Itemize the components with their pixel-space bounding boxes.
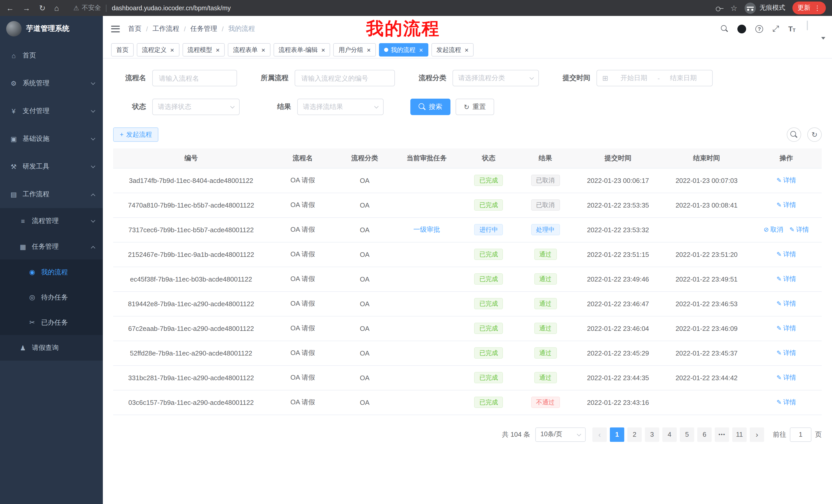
filter-form: 流程名 所属流程 流程分类 请选择流程分类 [103,59,832,115]
breadcrumb-item[interactable]: 首页 [128,24,141,33]
sidebar-item-leave-query[interactable]: ♟ 请假查询 [0,335,103,361]
cell-result: 处理中 [517,217,574,242]
page-button[interactable]: 5 [680,427,694,442]
search-icon[interactable] [721,25,728,32]
detail-link[interactable]: ✎详情 [777,373,796,382]
process-definition-input[interactable] [295,70,395,86]
view-tab[interactable]: 用户分组× [334,43,376,57]
page-ellipsis[interactable]: ••• [715,427,729,442]
browser-update-button[interactable]: 更新 ⋮ [792,2,826,15]
detail-link[interactable]: ✎详情 [777,299,796,308]
cell-actions: ✎详情 [751,267,822,291]
page-button[interactable]: 1 [610,427,624,442]
help-icon[interactable]: ? [755,25,763,33]
browser-home-icon[interactable]: ⌂ [54,4,59,12]
cell-submit-time: 2022-01-22 23:49:46 [574,267,662,291]
chevron-up-icon [91,194,95,198]
address-bar[interactable]: ⚠ 不安全 dashboard.yudao.iocoder.cn/bpm/tas… [59,4,716,12]
cell-id: 331bc281-7b9a-11ec-a290-acde48001122 [113,365,269,390]
detail-link[interactable]: ✎详情 [777,275,796,283]
view-tab[interactable]: 流程定义× [137,43,179,57]
cell-result: 已取消 [517,193,574,217]
table-row: 7470a810-7b9b-11ec-b5b7-acde48001122OA 请… [113,193,822,217]
search-button[interactable]: 搜索 [410,99,450,115]
cell-current-task [393,242,461,267]
browser-menu-icon[interactable]: ⋮ [814,4,821,12]
detail-link[interactable]: ✎详情 [789,225,809,234]
fullscreen-icon[interactable]: ⤢ [772,24,779,33]
page-button[interactable]: 4 [662,427,677,442]
breadcrumb-item[interactable]: 工作流程 [153,24,179,33]
detail-link[interactable]: ✎详情 [777,176,796,185]
prev-page-button[interactable]: ‹ [592,427,607,442]
sidebar-item-workflow[interactable]: ▤ 工作流程 [0,180,103,208]
refresh-table-button[interactable]: ↻ [807,128,822,142]
reload-icon[interactable]: ↻ [39,3,46,12]
pagination: 共 104 条 10条/页 ‹123456•••11› 前往 页 [113,427,822,442]
view-tab[interactable]: 我的流程× [379,43,428,57]
tab-close-icon[interactable]: × [170,47,174,53]
sidebar-item-my-process[interactable]: ◉ 我的流程 [0,259,103,285]
github-icon[interactable] [737,24,746,33]
view-tab[interactable]: 流程模型× [182,43,225,57]
detail-link[interactable]: ✎详情 [777,324,796,333]
refresh-icon: ↻ [464,103,469,111]
bookmark-star-icon[interactable]: ☆ [730,3,737,12]
font-size-icon[interactable] [788,25,796,33]
breadcrumb-item[interactable]: 我的流程 [228,24,255,33]
user-avatar[interactable] [807,21,824,36]
cancel-link[interactable]: ⊘取消 [763,225,783,234]
tab-close-icon[interactable]: × [367,47,371,53]
tab-close-icon[interactable]: × [465,47,468,53]
page-button[interactable]: 11 [732,427,747,442]
tab-close-icon[interactable]: × [419,47,423,53]
view-tab[interactable]: 发起流程× [431,43,474,57]
page-button[interactable]: 6 [697,427,712,442]
security-warning[interactable]: ⚠ 不安全 [73,4,101,12]
process-name-input[interactable] [152,70,237,86]
column-header: 流程分类 [336,148,393,168]
tab-close-icon[interactable]: × [261,47,265,53]
key-icon[interactable] [716,5,723,11]
detail-link[interactable]: ✎详情 [777,398,796,407]
view-tab[interactable]: 流程表单-编辑× [274,43,330,57]
breadcrumb-item[interactable]: 任务管理 [190,24,217,33]
sidebar-item-home[interactable]: ⌂ 首页 [0,41,103,69]
detail-link[interactable]: ✎详情 [777,201,796,209]
detail-link[interactable]: ✎详情 [777,348,796,357]
back-icon[interactable]: ← [6,4,14,12]
sidebar-item-done-tasks[interactable]: ✂ 已办任务 [0,310,103,335]
goto-label: 前往 [773,430,786,439]
create-process-button[interactable]: + 发起流程 [113,128,159,142]
tab-close-icon[interactable]: × [216,47,219,53]
sidebar-item-process-management[interactable]: ≡ 流程管理 [0,208,103,234]
page-size-select[interactable]: 10条/页 [535,427,586,442]
sidebar-toggle[interactable] [111,25,120,32]
reset-button[interactable]: ↻ 重置 [456,99,494,115]
total-count: 共 104 条 [502,430,530,439]
sidebar-item-payment[interactable]: ¥ 支付管理 [0,97,103,125]
sidebar-item-infrastructure[interactable]: ▣ 基础设施 [0,125,103,152]
sidebar-item-pending-tasks[interactable]: ◎ 待办任务 [0,285,103,310]
detail-link[interactable]: ✎详情 [777,250,796,259]
submit-time-range-picker[interactable]: ⊞ 开始日期 - 结束日期 [597,70,713,86]
cell-actions: ✎详情 [751,316,822,341]
tab-close-icon[interactable]: × [321,47,325,53]
page-button[interactable]: 2 [627,427,642,442]
sidebar-item-system[interactable]: ⚙ 系统管理 [0,69,103,97]
result-select[interactable]: 请选择流结果 [297,99,384,115]
next-page-button[interactable]: › [750,427,764,442]
toggle-search-button[interactable] [787,128,801,142]
goto-page-input[interactable] [790,427,811,442]
sidebar-item-devtools[interactable]: ⚒ 研发工具 [0,152,103,180]
page-button[interactable]: 3 [645,427,659,442]
current-task-link[interactable]: 一级审批 [413,226,440,233]
forward-icon[interactable]: → [23,4,30,12]
category-select[interactable]: 请选择流程分类 [452,70,539,86]
view-tab[interactable]: 流程表单× [228,43,270,57]
status-badge: 已完成 [474,249,503,260]
view-tab[interactable]: 首页 [111,43,134,57]
status-select[interactable]: 请选择状态 [152,99,240,115]
sidebar-item-task-management[interactable]: ▦ 任务管理 [0,234,103,259]
tab-label: 流程表单-编辑 [279,46,318,54]
